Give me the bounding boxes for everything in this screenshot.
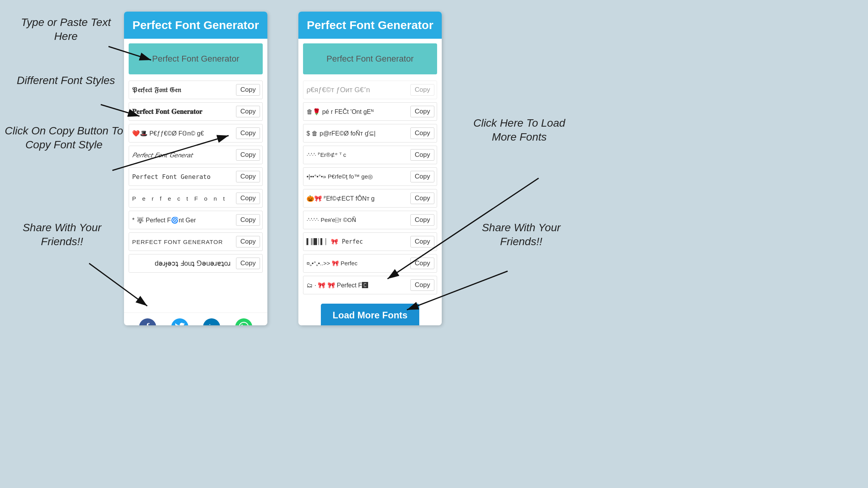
right-copy-button-9[interactable]: Copy [410,279,434,291]
left-social-bar: f in [124,313,267,325]
right-copy-button-5[interactable]: Copy [410,192,434,204]
copy-button-2[interactable]: Copy [236,106,260,117]
right-copy-button-1[interactable]: Copy [410,106,434,117]
right-font-row-7: ▌║█│▌│ 🎀 Perfec Copy [303,232,437,251]
annotation-type-paste: Type or Paste Text Here [12,15,120,44]
font-text-1: 𝔓𝔢𝔯𝔣𝔢𝔠𝔱 𝔉𝔬𝔫𝔱 𝔊𝔢𝔫 [129,84,234,96]
font-row-6: P e r f e c t F o n t Copy [129,189,263,208]
annotation-load-more: Click Here To Load More Fonts [465,116,574,144]
twitter-icon[interactable] [171,318,188,325]
font-text-3: ❤️🎩 P€ƒƒ€©Ø F𝕆n© g€ [129,128,234,139]
font-text-6: P e r f e c t F o n t [129,194,234,203]
right-font-row-partial: ρ€яƒ€©т ƒОит G€ʼn Copy [303,81,437,99]
annotation-different-fonts: Different Font Styles [12,74,120,88]
font-text-9: ɹoʇɐɹǝuǝ⅁ ʇuoℲ ʇɔǝɟɹǝd [129,258,234,269]
font-row-5: 𝙿𝚎𝚛𝚏𝚎𝚌𝚝 𝙵𝚘𝚗𝚝 𝙶𝚎𝚗𝚎𝚛𝚊𝚝𝚘 Copy [129,167,263,186]
right-font-row-8: ¤„•°„•..>> 🎀 Perfec Copy [303,254,437,273]
annotation-share-left: Share With Your Friends!! [12,221,112,249]
right-font-row-5: 🎃🎀 ᴾEf©⊄ECT fÔNт g Copy [303,189,437,208]
font-text-5: 𝙿𝚎𝚛𝚏𝚎𝚌𝚝 𝙵𝚘𝚗𝚝 𝙶𝚎𝚗𝚎𝚛𝚊𝚝𝚘 [129,172,234,182]
right-copy-button-4[interactable]: Copy [410,171,434,182]
font-text-8: PERFECT FONT GENERATOR [129,237,234,247]
left-phone-header: Perfect Font Generator [124,12,267,39]
right-font-row-1: 🗑🌹 pé r FEČt 'Ont gEᴺ Copy [303,102,437,121]
right-font-text-6: ∙'∙'∙'∙'∙ Peя'e⌻т ©ON̈ [303,215,408,225]
right-font-row-6: ∙'∙'∙'∙'∙ Peя'e⌻т ©ON̈ Copy [303,211,437,229]
left-title: Perfect Font Generator [133,19,259,31]
copy-button-1[interactable]: Copy [236,84,260,96]
annotation-share-right: Share With Your Friends!! [469,221,574,249]
right-font-row-9: 🗂 · 🎀 🎀 Perfect F🅲 Copy [303,276,437,294]
copy-button-8[interactable]: Copy [236,236,260,247]
right-font-text-5: 🎃🎀 ᴾEf©⊄ECT fÔNт g [303,193,408,204]
font-row-1: 𝔓𝔢𝔯𝔣𝔢𝔠𝔱 𝔉𝔬𝔫𝔱 𝔊𝔢𝔫 Copy [129,81,263,99]
right-font-text-1: 🗑🌹 pé r FEČt 'Ont gEᴺ [303,107,408,117]
load-more-button[interactable]: Load More Fonts [321,304,419,325]
right-font-row-4: •|••°•°•» P€rfe©ţ fo™ ge◎ Copy [303,167,437,186]
left-phone: Perfect Font Generator Perfect Font Gene… [124,12,267,325]
right-copy-button-partial[interactable]: Copy [410,84,434,96]
right-copy-button-6[interactable]: Copy [410,214,434,226]
right-copy-button-8[interactable]: Copy [410,258,434,269]
copy-button-6[interactable]: Copy [236,192,260,204]
font-text-2: 𝐏𝐞𝐫𝐟𝐞𝐜𝐭 𝐅𝐨𝐧𝐭 𝐆𝐞𝐧𝐞𝐫𝐚𝐭𝐨𝐫 [129,106,234,117]
font-row-3: ❤️🎩 P€ƒƒ€©Ø F𝕆n© g€ Copy [129,124,263,143]
copy-button-9[interactable]: Copy [236,258,260,269]
copy-button-4[interactable]: Copy [236,149,260,161]
copy-button-5[interactable]: Copy [236,171,260,182]
right-copy-button-3[interactable]: Copy [410,149,434,161]
annotation-click-copy: Click On Copy Button To Copy Font Style [4,124,124,152]
input-text: Perfect Font Generator [152,54,239,64]
right-input-text: Perfect Font Generator [327,54,414,64]
copy-button-7[interactable]: Copy [236,214,260,226]
linkedin-icon[interactable]: in [203,318,220,325]
right-input-area[interactable]: Perfect Font Generator [303,43,437,74]
font-row-2: 𝐏𝐞𝐫𝐟𝐞𝐜𝐭 𝐅𝐨𝐧𝐭 𝐆𝐞𝐧𝐞𝐫𝐚𝐭𝐨𝐫 Copy [129,102,263,121]
text-input-area[interactable]: Perfect Font Generator [129,43,263,74]
right-copy-button-2[interactable]: Copy [410,127,434,139]
right-font-text-8: ¤„•°„•..>> 🎀 Perfec [303,258,408,268]
right-phone-header: Perfect Font Generator [298,12,442,39]
right-font-text-7: ▌║█│▌│ 🎀 Perfec [303,237,408,247]
font-row-4: 𝘗𝘦𝘳𝘧𝘦𝘤𝘵 𝘍𝘰𝘯𝘵 𝘎𝘦𝘯𝘦𝘳𝘢𝘵 Copy [129,146,263,164]
right-font-row-3: ∙'∙'∙'∙ ᴾEr®⊄ᵉ ᵀ c Copy [303,146,437,164]
font-text-7: * 🐺 Perfect F🌀nt Ger [129,215,234,225]
font-row-8: PERFECT FONT GENERATOR Copy [129,232,263,251]
right-font-text-2: $ 🗑 p@rFE©Ø foŇт ɠ⊆| [303,128,408,139]
right-font-text-3: ∙'∙'∙'∙ ᴾEr®⊄ᵉ ᵀ c [303,150,408,160]
right-font-text-4: •|••°•°•» P€rfe©ţ fo™ ge◎ [303,172,408,182]
facebook-icon[interactable]: f [139,318,156,325]
right-title: Perfect Font Generator [307,19,434,31]
right-copy-button-7[interactable]: Copy [410,236,434,247]
right-phone: Perfect Font Generator Perfect Font Gene… [298,12,442,325]
right-font-row-2: $ 🗑 p@rFE©Ø foŇт ɠ⊆| Copy [303,124,437,143]
font-row-9: ɹoʇɐɹǝuǝ⅁ ʇuoℲ ʇɔǝɟɹǝd Copy [129,254,263,273]
right-font-text-partial: ρ€яƒ€©т ƒОит G€ʼn [303,84,408,96]
font-row-7: * 🐺 Perfect F🌀nt Ger Copy [129,211,263,229]
copy-button-3[interactable]: Copy [236,127,260,139]
font-text-4: 𝘗𝘦𝘳𝘧𝘦𝘤𝘵 𝘍𝘰𝘯𝘵 𝘎𝘦𝘯𝘦𝘳𝘢𝘵 [129,149,234,161]
whatsapp-icon[interactable] [235,318,252,325]
right-font-text-9: 🗂 · 🎀 🎀 Perfect F🅲 [303,280,408,290]
